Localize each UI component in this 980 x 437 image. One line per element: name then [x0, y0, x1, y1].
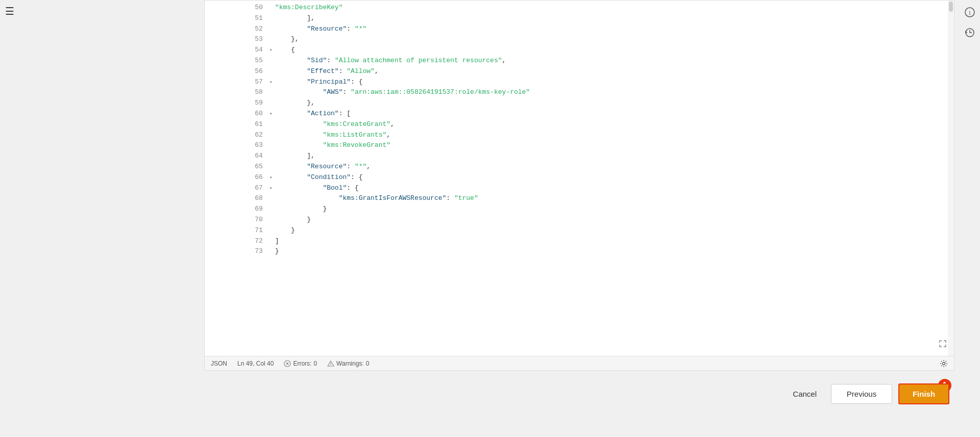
previous-button[interactable]: Previous	[831, 384, 892, 404]
svg-point-7	[330, 365, 331, 366]
cursor-position: Ln 49, Col 40	[237, 360, 274, 367]
table-row: 56 "Effect": "Allow",	[205, 66, 948, 77]
table-row: 69 }	[205, 204, 948, 215]
history-icon[interactable]	[963, 25, 977, 40]
table-row: 68 "kms:GrantIsForAWSResource": "true"	[205, 193, 948, 204]
errors-count: 0	[313, 360, 317, 367]
svg-point-8	[943, 362, 945, 365]
code-scroll[interactable]: 50 "kms:DescribeKey" 51 ], 52 "Resource"…	[205, 1, 948, 356]
table-row: 58 "AWS": "arn:aws:iam::058264191537:rol…	[205, 87, 948, 98]
expand-icon[interactable]	[939, 340, 947, 352]
info-icon[interactable]: i	[963, 5, 977, 19]
cursor-text: Ln 49, Col 40	[237, 360, 274, 367]
warnings-indicator: Warnings: 0	[327, 360, 369, 367]
errors-label: Errors:	[293, 360, 311, 367]
finish-button[interactable]: Finish	[898, 383, 949, 404]
table-row: 64 ],	[205, 151, 948, 162]
code-content-area[interactable]: 50 "kms:DescribeKey" 51 ], 52 "Resource"…	[205, 1, 954, 356]
table-row: 73 }	[205, 246, 948, 257]
table-row: 57 ▾ "Principal": {	[205, 77, 948, 88]
cancel-button[interactable]: Cancel	[785, 385, 825, 402]
error-icon	[284, 360, 291, 367]
table-row: 72 ]	[205, 236, 948, 247]
language-indicator: JSON	[211, 360, 227, 367]
vertical-scrollbar[interactable]	[948, 1, 954, 356]
table-row: 63 "kms:RevokeGrant"	[205, 140, 948, 151]
table-row: 51 ],	[205, 13, 948, 24]
table-row: 67 ▾ "Bool": {	[205, 183, 948, 194]
status-bar: JSON Ln 49, Col 40 Errors: 0 Warnings: 0	[205, 356, 954, 370]
table-row: 50 "kms:DescribeKey"	[205, 3, 948, 13]
right-panel-icons: i	[960, 0, 980, 45]
table-row: 71 }	[205, 225, 948, 236]
table-row: 66 ▾ "Condition": {	[205, 172, 948, 183]
editor-settings-button[interactable]	[940, 359, 948, 368]
scrollbar-thumb[interactable]	[949, 2, 953, 12]
code-editor: 50 "kms:DescribeKey" 51 ], 52 "Resource"…	[204, 0, 954, 371]
gear-icon	[940, 359, 948, 368]
table-row: 60 ▾ "Action": [	[205, 109, 948, 119]
table-row: 61 "kms:CreateGrant",	[205, 119, 948, 130]
svg-text:i: i	[969, 9, 971, 16]
bottom-action-bar: Cancel Previous Finish	[0, 371, 980, 437]
table-row: 65 "Resource": "*",	[205, 162, 948, 172]
table-row: 53 },	[205, 34, 948, 45]
code-lines: 50 "kms:DescribeKey" 51 ], 52 "Resource"…	[205, 1, 948, 259]
errors-indicator: Errors: 0	[284, 360, 317, 367]
table-row: 55 "Sid": "Allow attachment of persisten…	[205, 56, 948, 66]
table-row: 70 }	[205, 215, 948, 225]
sidebar-toggle[interactable]: ☰	[5, 5, 14, 17]
hamburger-icon: ☰	[5, 6, 14, 17]
table-row: 52 "Resource": "*"	[205, 24, 948, 35]
table-row: 59 },	[205, 98, 948, 109]
table-row: 54 ▾ {	[205, 45, 948, 56]
warnings-label: Warnings:	[336, 360, 364, 367]
table-row: 62 "kms:ListGrants",	[205, 130, 948, 141]
warnings-count: 0	[366, 360, 370, 367]
warning-icon	[327, 360, 334, 367]
language-label: JSON	[211, 360, 227, 367]
